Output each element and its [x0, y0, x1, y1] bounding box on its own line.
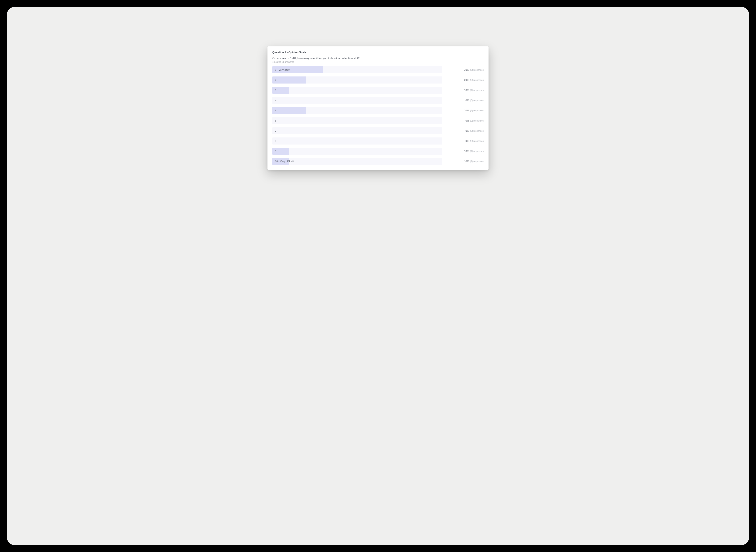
result-row: 310%(1) responses [272, 87, 484, 94]
responses-count: (1) responses [470, 160, 484, 163]
bar-label: 8 [275, 140, 276, 142]
responses-count: (3) responses [470, 69, 484, 71]
row-stats: 0%(0) responses [446, 119, 484, 122]
bar-label: 9 [275, 150, 276, 152]
bar-track: 6 [272, 117, 442, 124]
bar-track: 9 [272, 148, 442, 155]
responses-count: (0) responses [470, 99, 484, 102]
bar-fill [272, 107, 306, 114]
bar-track: 3 [272, 87, 442, 94]
row-stats: 20%(2) responses [446, 79, 484, 81]
percent-value: 10% [464, 89, 469, 92]
row-stats: 0%(0) responses [446, 130, 484, 132]
percent-value: 10% [464, 150, 469, 152]
row-stats: 20%(2) responses [446, 109, 484, 112]
row-stats: 10%(1) responses [446, 150, 484, 152]
answered-count: 10 out of 11 answered [272, 61, 484, 63]
bar-track: 2 [272, 77, 442, 84]
bar-track: 8 [272, 137, 442, 145]
responses-count: (1) responses [470, 89, 484, 92]
bar-label: 2 [275, 79, 276, 81]
bar-track: 1 - Very easy [272, 66, 442, 74]
bar-label: 10 - Very difficult [275, 160, 294, 163]
bar-track: 7 [272, 127, 442, 134]
responses-count: (2) responses [470, 79, 484, 81]
bar-track: 10 - Very difficult [272, 158, 442, 165]
bar-label: 7 [275, 130, 276, 132]
responses-count: (0) responses [470, 120, 484, 122]
bar-label: 1 - Very easy [275, 68, 290, 71]
bar-label: 5 [275, 109, 276, 112]
result-row: 10 - Very difficult10%(1) responses [272, 158, 484, 165]
bar-label: 3 [275, 89, 276, 92]
bar-label: 4 [275, 99, 276, 102]
row-stats: 0%(0) responses [446, 140, 484, 142]
bar-track: 4 [272, 97, 442, 104]
responses-count: (2) responses [470, 109, 484, 112]
percent-value: 0% [466, 119, 469, 122]
bar-track: 5 [272, 107, 442, 114]
results-rows: 1 - Very easy30%(3) responses220%(2) res… [272, 66, 484, 165]
result-row: 40%(0) responses [272, 97, 484, 104]
result-row: 70%(0) responses [272, 127, 484, 134]
percent-value: 10% [464, 160, 469, 163]
responses-count: (1) responses [470, 150, 484, 152]
question-header: Question 1 - Opinion Scale [272, 51, 484, 54]
result-row: 220%(2) responses [272, 77, 484, 84]
bar-fill [272, 77, 306, 84]
bar-label: 6 [275, 119, 276, 122]
responses-count: (0) responses [470, 130, 484, 132]
result-row: 1 - Very easy30%(3) responses [272, 66, 484, 74]
result-row: 80%(0) responses [272, 137, 484, 145]
responses-count: (0) responses [470, 140, 484, 142]
percent-value: 0% [466, 99, 469, 102]
question-text: On a scale of 1-10, how easy was it for … [272, 56, 484, 60]
result-row: 60%(0) responses [272, 117, 484, 124]
row-stats: 10%(1) responses [446, 160, 484, 163]
row-stats: 10%(1) responses [446, 89, 484, 92]
percent-value: 20% [464, 109, 469, 112]
percent-value: 0% [466, 130, 469, 132]
percent-value: 0% [466, 140, 469, 142]
outer-frame: Question 1 - Opinion Scale On a scale of… [7, 7, 749, 545]
result-row: 910%(1) responses [272, 148, 484, 155]
survey-results-card: Question 1 - Opinion Scale On a scale of… [267, 46, 489, 170]
percent-value: 30% [464, 68, 469, 71]
percent-value: 20% [464, 79, 469, 81]
row-stats: 30%(3) responses [446, 68, 484, 71]
result-row: 520%(2) responses [272, 107, 484, 114]
row-stats: 0%(0) responses [446, 99, 484, 102]
